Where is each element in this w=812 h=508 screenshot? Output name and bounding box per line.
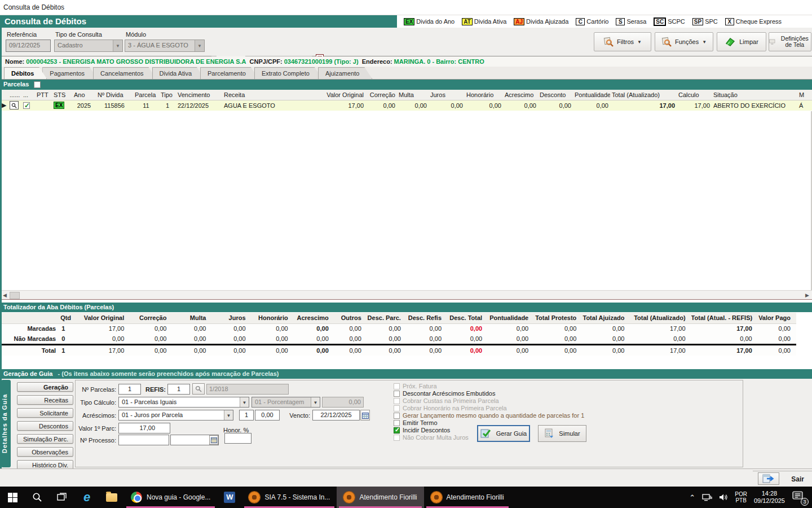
tab-cancelamentos[interactable]: Cancelamentos (93, 67, 156, 79)
acrescimos-valor-field[interactable]: 0,00 (255, 410, 280, 421)
language-indicator[interactable]: PORPTB (735, 491, 747, 503)
checkbox-icon (394, 405, 400, 411)
tab-divida-ativa[interactable]: Divida Ativa (152, 67, 205, 79)
tab-strip: Débitos Pagamentos Cancelamentos Divida … (0, 67, 812, 80)
processo-field[interactable] (118, 435, 169, 445)
limpar-button[interactable]: Limpar (717, 32, 766, 51)
tab-debitos[interactable]: Débitos (4, 67, 47, 79)
chevron-down-icon[interactable]: ▼ (113, 40, 122, 51)
checkbox-icon[interactable] (394, 391, 400, 397)
tipo-calculo-select[interactable]: 01 - Parcelas Iguais▼ (118, 397, 249, 408)
scroll-left-button[interactable]: ◀ (1, 291, 9, 299)
refis-ref-field: 1/2018 (206, 384, 289, 395)
scroll-right-button[interactable]: ▶ (803, 291, 811, 299)
checkbox-prox-fatura[interactable]: Próx. Fatura (394, 383, 437, 389)
referencia-field[interactable]: 09/12/2025 (6, 40, 51, 52)
start-button[interactable] (0, 487, 25, 508)
fiorilli-icon (431, 492, 442, 503)
taskbar-app-chrome[interactable]: Nova guia - Google... (124, 487, 217, 508)
chevron-down-icon[interactable]: ▼ (224, 410, 233, 420)
definicoes-tela-button[interactable]: Definições de Tela (769, 32, 811, 51)
nome-label: Nome: (5, 58, 24, 65)
row-zoom-button[interactable] (10, 101, 19, 110)
refis-field[interactable]: 1 (167, 384, 190, 395)
chevron-down-icon: ▼ (311, 397, 320, 407)
acrescimos-select[interactable]: 01 - Juros por Parcela▼ (118, 410, 233, 421)
funcoes-button[interactable]: Funções▼ (655, 32, 713, 51)
modulo-select[interactable]: 3 - ÁGUA E ESGOTO▼ (125, 40, 205, 52)
parcelas-checkbox[interactable] (34, 81, 41, 88)
simular-button[interactable]: Simular (538, 425, 586, 442)
tab-extrato-completo[interactable]: Extrato Completo (254, 67, 323, 79)
checkbox-descontar-acrescimos[interactable]: Descontar Acréscimos Embutidos (394, 390, 495, 397)
nav-descontos-button[interactable]: Descontos (17, 421, 73, 431)
n-parcelas-field[interactable]: 1 (118, 384, 141, 395)
horizontal-scrollbar[interactable]: ◀ ▶ (0, 290, 812, 300)
speaker-icon[interactable] (719, 493, 728, 501)
checkbox-cobrar-honorario: Cobrar Honorário na Primeira Parcela (394, 405, 507, 411)
cnpj-label: CNPJ/CPF: (250, 58, 283, 65)
checkbox-incidir-descontos[interactable]: Incidir Descontos (394, 427, 450, 433)
legend-spc: SPSPC (692, 18, 718, 25)
geracao-panel: Detalhes da Guia Geração Receitas Solici… (0, 379, 812, 468)
taskbar-app-word[interactable]: W (217, 487, 242, 508)
chevron-down-icon[interactable]: ▼ (195, 40, 204, 51)
nav-simulacao-button[interactable]: Simulação Parc. (17, 434, 73, 444)
tab-pagamentos[interactable]: Pagamentos (42, 67, 98, 79)
valor-parc-field[interactable]: 17,00 (118, 423, 170, 433)
clock-time: 14:28 (754, 490, 785, 497)
scrollbar-thumb[interactable] (10, 292, 20, 299)
sair-label[interactable]: Sair (791, 475, 804, 483)
refis-search-button[interactable] (192, 383, 205, 395)
processo-calendar-button[interactable] (209, 435, 218, 445)
tray-chevron-icon[interactable]: ⌃ (689, 493, 695, 502)
task-view-button[interactable] (50, 487, 74, 508)
totalizador-row-nao-marcadas: Não Marcadas 0 0,00 0,00 0,00 0,00 0,00 … (0, 334, 796, 344)
legend-scpc: SCSCPC (654, 17, 685, 26)
nav-observacoes-button[interactable]: Observações (17, 447, 73, 457)
valor-parc-label: Valor 1º Parc: (76, 425, 116, 432)
network-icon[interactable] (702, 493, 712, 501)
divider (753, 471, 812, 471)
sc-badge: SC (654, 17, 666, 26)
window-title: Consulta de Débitos (3, 3, 64, 11)
checkbox-gerar-lancamento[interactable]: Gerar Lançamento mesmo quando a quantida… (394, 412, 584, 419)
checkbox-checked-icon[interactable] (394, 427, 400, 433)
detalhes-da-guia-tab[interactable]: Detalhes da Guia (1, 380, 11, 467)
ex-badge: EX (404, 18, 414, 25)
gerar-guia-button[interactable]: Gerar Guia (477, 425, 530, 442)
sair-button[interactable] (758, 472, 779, 485)
checkbox-icon[interactable] (394, 383, 400, 389)
row-mark-checkbox[interactable] (23, 102, 30, 109)
tab-parcelamento[interactable]: Parcelamento (200, 67, 259, 79)
notification-center-button[interactable]: 3 (792, 491, 806, 504)
vencto-field[interactable]: 22/12/2025 (312, 410, 360, 421)
acrescimos-qtd-field[interactable]: 1 (239, 410, 254, 421)
taskbar-app-atendimento-2[interactable]: Atendimento Fiorilli (424, 487, 511, 508)
vencto-calendar-button[interactable] (360, 410, 370, 421)
checkbox-icon[interactable] (394, 420, 400, 426)
parcelas-table: ...... ... PTT STS Ano Nº Divida Parcela… (0, 90, 812, 111)
bottom-strip: Sair (0, 468, 812, 487)
internet-explorer-button[interactable]: e (74, 487, 99, 508)
nav-receitas-button[interactable]: Receitas (17, 395, 73, 405)
chevron-down-icon[interactable]: ▼ (240, 397, 249, 407)
checkbox-emitir-termo[interactable]: Emitir Termo (394, 419, 438, 426)
nav-solicitante-button[interactable]: Solicitante (17, 408, 73, 418)
endereco-label: Endereco: (362, 58, 392, 65)
nav-geracao-button[interactable]: Geração (17, 382, 73, 392)
file-explorer-button[interactable] (99, 487, 124, 508)
checkbox-icon[interactable] (394, 413, 400, 419)
tipo-consulta-label: Tipo de Consulta (55, 31, 102, 38)
honor-field[interactable] (224, 433, 251, 444)
sp-badge: SP (692, 18, 703, 25)
legend-divida-ajuizada: AJDivida Ajuizada (514, 18, 568, 25)
table-row[interactable]: ▶ EX 2025 115856 11 1 22/12/2025 AGUA E … (0, 100, 812, 111)
taskbar-app-sia[interactable]: SIA 7.5 - Sistema In... (242, 487, 337, 508)
taskbar-clock[interactable]: 14:2809/12/2025 (754, 490, 785, 505)
filtros-button[interactable]: Filtros▼ (594, 32, 651, 51)
taskbar-app-atendimento-1[interactable]: Atendimento Fiorilli (337, 487, 423, 508)
tab-ajuizamento[interactable]: Ajuizamento (318, 67, 373, 79)
taskbar-search-button[interactable] (25, 487, 50, 508)
tipo-consulta-select[interactable]: Cadastro▼ (54, 40, 123, 52)
